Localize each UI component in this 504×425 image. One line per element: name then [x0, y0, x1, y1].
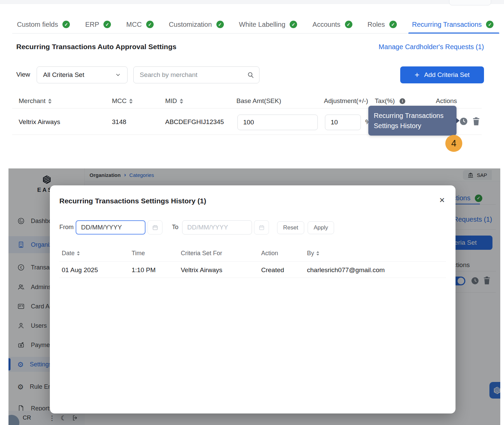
col-merchant[interactable]: Merchant — [19, 97, 52, 105]
criteria-set-select[interactable]: All Criteria Set — [37, 66, 128, 83]
from-label: From — [59, 224, 74, 231]
tab-mcc[interactable]: MCC✓ — [126, 15, 154, 34]
delete-icon[interactable] — [472, 117, 481, 126]
col-mcc[interactable]: MCC — [112, 97, 133, 105]
check-icon: ✓ — [62, 21, 70, 28]
merchant-search — [133, 66, 259, 83]
window-top-partial-box — [449, 0, 491, 5]
to-label: To — [172, 224, 178, 231]
tab-accounts[interactable]: Accounts✓ — [312, 15, 352, 34]
to-date-group — [182, 220, 269, 235]
tab-roles[interactable]: Roles✓ — [368, 15, 397, 34]
apply-button[interactable]: Apply — [308, 221, 334, 234]
screenshot-root: Custom fields✓ ERP✓ MCC✓ Customization✓ … — [0, 0, 504, 425]
sort-icon[interactable] — [77, 251, 80, 256]
history-icon[interactable] — [459, 117, 468, 126]
view-label: View — [16, 71, 30, 78]
sort-icon[interactable] — [316, 251, 319, 256]
modal-row-divider — [59, 278, 446, 278]
col-by[interactable]: By — [307, 250, 319, 257]
info-icon[interactable]: i — [400, 98, 405, 104]
col-label: Tax(%) — [375, 97, 395, 105]
col-label: Base Amt(SEK) — [236, 97, 281, 105]
tab-label: Custom fields — [17, 21, 58, 28]
tab-label: Accounts — [312, 21, 340, 28]
col-label: Actions — [436, 97, 457, 105]
cell-mcc: 3148 — [112, 118, 126, 126]
cell-by: charlesrich077@gmail.com — [307, 266, 385, 274]
plus-icon: + — [414, 71, 419, 79]
col-label: Adjustment(+/-) — [324, 97, 368, 105]
manage-cardholder-requests-link[interactable]: Manage Cardholder's Requests (1) — [379, 43, 484, 51]
col-criteria-set-for: Criteria Set For — [181, 250, 222, 257]
calendar-icon[interactable] — [254, 220, 269, 235]
col-label: Merchant — [19, 97, 45, 105]
tab-erp[interactable]: ERP✓ — [85, 15, 111, 34]
select-value: All Criteria Set — [43, 71, 115, 79]
check-icon: ✓ — [389, 21, 397, 28]
check-icon: ✓ — [486, 21, 493, 28]
adjustment-input[interactable] — [325, 115, 361, 130]
settings-tabbar: Custom fields✓ ERP✓ MCC✓ Customization✓ … — [17, 15, 493, 34]
col-label: MID — [165, 97, 177, 105]
to-date-input[interactable] — [182, 220, 252, 235]
sort-icon[interactable] — [48, 99, 52, 104]
search-input[interactable] — [140, 71, 247, 79]
col-base-amt: Base Amt(SEK) — [236, 97, 281, 105]
settings-history-modal: Recurring Transactions Settings History … — [50, 185, 455, 413]
modal-header-divider — [59, 261, 446, 262]
col-label: Action — [261, 250, 278, 257]
from-date-input[interactable] — [76, 220, 146, 235]
col-label: MCC — [112, 97, 127, 105]
check-icon: ✓ — [216, 21, 224, 28]
tab-custom-fields[interactable]: Custom fields✓ — [17, 15, 70, 34]
calendar-icon[interactable] — [148, 220, 162, 235]
tab-label: Recurring Transactions — [412, 21, 482, 28]
col-time: Time — [132, 250, 145, 257]
cell-criteria-set-for: Veltrix Airways — [181, 266, 222, 274]
modal-screenshot: EASI Dashboard Organization € Transactio… — [8, 168, 500, 425]
step-badge: 4 — [445, 135, 462, 152]
cell-date: 01 Aug 2025 — [62, 266, 98, 274]
close-icon[interactable]: ✕ — [439, 196, 445, 204]
col-action: Action — [261, 250, 278, 257]
check-icon: ✓ — [290, 21, 297, 28]
tab-recurring-transactions[interactable]: Recurring Transactions✓ — [412, 15, 494, 34]
chevron-down-icon — [115, 72, 121, 78]
col-mid[interactable]: MID — [165, 97, 183, 105]
modal-title: Recurring Transactions Settings History … — [59, 197, 206, 205]
tab-label: ERP — [85, 21, 99, 28]
sort-icon[interactable] — [180, 99, 183, 104]
cell-merchant: Veltrix Airways — [19, 118, 60, 126]
sort-icon[interactable] — [129, 99, 133, 104]
tooltip-arrow-icon — [456, 118, 460, 123]
col-label: Time — [132, 250, 145, 257]
tab-white-labelling[interactable]: White Labelling✓ — [239, 15, 297, 34]
tab-label: Roles — [368, 21, 385, 28]
add-criteria-set-button[interactable]: + Add Criteria Set — [400, 66, 484, 83]
reset-button[interactable]: Reset — [277, 221, 304, 234]
history-tooltip: Recurring Transactions Settings History — [368, 106, 457, 136]
search-icon — [247, 71, 254, 79]
tab-label: White Labelling — [239, 21, 286, 28]
tab-label: Customization — [169, 21, 212, 28]
base-amt-input[interactable] — [237, 115, 318, 130]
check-icon: ✓ — [146, 21, 154, 28]
col-date[interactable]: Date — [62, 250, 80, 257]
check-icon: ✓ — [103, 21, 111, 28]
col-label: By — [307, 250, 314, 257]
cell-mid: ABCDEFGHIJ12345 — [165, 118, 224, 126]
col-tax: Tax(%)i — [375, 97, 405, 105]
tab-customization[interactable]: Customization✓ — [169, 15, 224, 34]
col-label: Criteria Set For — [181, 250, 222, 257]
page-title: Recurring Transactions Auto Approval Set… — [16, 43, 176, 51]
window-top-edge — [0, 0, 504, 4]
tooltip-text: Recurring Transactions Settings History — [374, 112, 444, 129]
cell-action: Created — [261, 266, 284, 274]
cell-time: 1:10 PM — [132, 266, 156, 274]
col-actions: Actions — [436, 97, 457, 105]
col-adjustment: Adjustment(+/-) — [324, 97, 368, 105]
from-date-group — [76, 220, 162, 235]
col-label: Date — [62, 250, 75, 257]
add-criteria-set-label: Add Criteria Set — [424, 71, 469, 79]
